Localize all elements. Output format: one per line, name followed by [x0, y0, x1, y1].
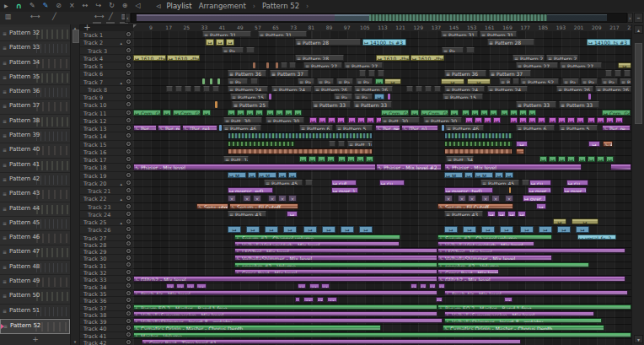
mini-clip[interactable]: ↦ cut..: [331, 180, 357, 186]
mini-clip[interactable]: ↦: [597, 117, 604, 123]
mini-clip[interactable]: ↦: [504, 297, 513, 302]
pattern-clip[interactable]: ≡ Pattern 15: [443, 94, 483, 100]
mute-tool-icon[interactable]: ×: [69, 0, 75, 12]
automation-clip[interactable]: ∿ Per..re:|: [375, 125, 400, 131]
pattern-clip[interactable]: ≡ Pattern 28: [295, 55, 344, 61]
mini-clip[interactable]: ↦: [510, 117, 518, 123]
dense-notes-clip[interactable]: [228, 141, 295, 147]
automation-clip[interactable]: ∿ Phaser - Mix level: [133, 164, 376, 170]
mute-x-clip[interactable]: ×: [268, 195, 276, 201]
automation-clip[interactable]: ∿ pnoehm #2 - Volume: [234, 262, 437, 267]
clip-sliver[interactable]: [266, 62, 269, 68]
track-mute-button[interactable]: [126, 277, 131, 281]
track-header[interactable]: Track 17: [80, 156, 133, 164]
window-icon[interactable]: ⊲: [156, 3, 162, 10]
mini-clip[interactable]: ↦ oversc..ted): [444, 187, 493, 193]
pattern-clip[interactable]: ≡ Pattern 43: [444, 211, 483, 217]
automation-clip[interactable]: ↦: [384, 78, 401, 84]
track-header[interactable]: Track 37: [80, 305, 133, 311]
pattern-clip[interactable]: ≡ Pa..: [442, 47, 464, 53]
track-mute-button[interactable]: [126, 126, 131, 130]
track-header[interactable]: Track 8: [80, 86, 133, 94]
pattern-clip[interactable]: ≡ Patt..34: [446, 156, 474, 162]
mini-clip[interactable]: ↦: [597, 156, 604, 162]
mini-clip[interactable]: ↦: [228, 110, 235, 116]
pattern-clip[interactable]: [281, 62, 287, 68]
pattern-clip[interactable]: [513, 78, 519, 84]
mini-clip[interactable]: ↦: [588, 156, 595, 162]
mini-clip[interactable]: ↦: [255, 110, 263, 116]
mini-clip[interactable]: ↦: [615, 117, 623, 123]
mini-clip[interactable]: ↦: [248, 172, 256, 178]
pattern-clip[interactable]: ≡ Pattern 23: [513, 55, 545, 61]
automation-clip[interactable]: ∿ (Per..re): [182, 125, 217, 131]
track-header[interactable]: Track 30: [80, 255, 133, 261]
slide-icon[interactable]: ╱: [52, 13, 56, 20]
track-mute-button[interactable]: [126, 311, 131, 315]
mini-clip[interactable]: ↦: [484, 117, 491, 123]
pattern-clip[interactable]: [416, 86, 422, 92]
track-header[interactable]: Track 13: [80, 125, 133, 132]
track-mute-button[interactable]: [126, 56, 131, 60]
mini-clip[interactable]: ↦: [480, 110, 488, 116]
slide-tool-icon[interactable]: ↪: [95, 0, 101, 12]
track-mute-button[interactable]: [126, 340, 131, 344]
mini-clip[interactable]: ↦: [577, 117, 584, 123]
clip-sliver[interactable]: [210, 78, 212, 84]
mini-clip[interactable]: ↦: [464, 172, 473, 178]
automation-clip[interactable]: ∿ Param EQ 2 - Master - Band 1 freq: [437, 305, 631, 310]
track-mute-button[interactable]: [126, 196, 131, 200]
pattern-item[interactable]: ≡Pattern 50: [0, 289, 70, 304]
mute-x-clip[interactable]: ×: [288, 195, 297, 201]
zoom-tool-icon[interactable]: ⊕: [122, 0, 128, 12]
automation-clip[interactable]: ∿ Cymatics Origin - Master - Chorus Dept…: [133, 325, 381, 330]
pattern-clip[interactable]: ≡ Pattern 24: [271, 86, 312, 92]
mute-x-clip[interactable]: ×: [481, 195, 490, 201]
track-header[interactable]: Track 16: [80, 148, 133, 156]
pattern-item[interactable]: ≡Pattern 33: [0, 41, 70, 56]
dense-notes-clip[interactable]: [444, 141, 513, 147]
pattern-clip[interactable]: ≡ Pattern 33: [516, 101, 556, 107]
pattern-clip[interactable]: ≡ Pattern 46: [445, 125, 484, 131]
pattern-clip[interactable]: ≡ Pa..: [581, 78, 598, 84]
scroll-down-icon[interactable]: ▾: [634, 335, 643, 343]
pattern-item[interactable]: ≡Pattern 47: [0, 245, 70, 260]
clip-sliver[interactable]: [588, 94, 591, 100]
automation-clip[interactable]: ∿ Cymatics Origin - Master - Chorus Dept…: [443, 325, 604, 330]
track-mute-button[interactable]: [126, 94, 131, 99]
breadcrumb-pattern[interactable]: Pattern 52: [262, 2, 299, 10]
mini-clip[interactable]: ↦: [438, 283, 445, 288]
track-mute-button[interactable]: [126, 142, 131, 146]
mini-clip[interactable]: ↦: [237, 110, 244, 116]
dense-notes-clip[interactable]: [228, 148, 373, 154]
playback-preview-icon[interactable]: ◁: [136, 0, 141, 12]
track-mute-button[interactable]: [126, 188, 131, 192]
group-collapse-icon[interactable]: ▴: [120, 197, 122, 202]
automation-clip[interactable]: ∿ ValhallaSupermassive - Mix level: [133, 311, 437, 316]
mini-clip[interactable]: ↦: [357, 156, 364, 162]
mini-clip[interactable]: ↦: [317, 297, 324, 302]
pattern-clip[interactable]: [305, 180, 313, 186]
pattern-clip[interactable]: [329, 141, 335, 147]
track-header[interactable]: Track 31: [80, 262, 133, 269]
mini-clip[interactable]: ↦: [278, 172, 287, 178]
mini-clip[interactable]: ↦: [228, 226, 241, 232]
mini-clip[interactable]: ↦: [588, 117, 595, 123]
mini-clip[interactable]: ↦: [510, 110, 518, 116]
pattern-item[interactable]: ≡Pattern 49: [0, 275, 70, 289]
pattern-clip[interactable]: ≡ Pa..: [228, 78, 248, 84]
mute-x-clip[interactable]: ×: [458, 195, 466, 201]
pattern-clip[interactable]: ≡ Pa..: [317, 78, 334, 84]
automation-clip[interactable]: ↦: [467, 78, 491, 84]
mini-clip[interactable]: ↦ Com..Go: [421, 110, 448, 116]
track-mute-button[interactable]: [126, 40, 131, 44]
mini-clip[interactable]: ↦ Com..Go: [133, 110, 161, 116]
mini-clip[interactable]: ↦: [529, 117, 536, 123]
automation-clip[interactable]: ↦: [553, 218, 566, 224]
track-header[interactable]: Track 5: [80, 62, 133, 70]
automation-clip[interactable]: ∿ Seru..utoff: [196, 203, 228, 209]
mini-clip[interactable]: ↦: [298, 283, 306, 288]
track-header[interactable]: Track 22▴: [80, 195, 133, 202]
mini-clip[interactable]: ↦: [327, 156, 335, 162]
wave-icon[interactable]: ⟷: [94, 13, 104, 20]
